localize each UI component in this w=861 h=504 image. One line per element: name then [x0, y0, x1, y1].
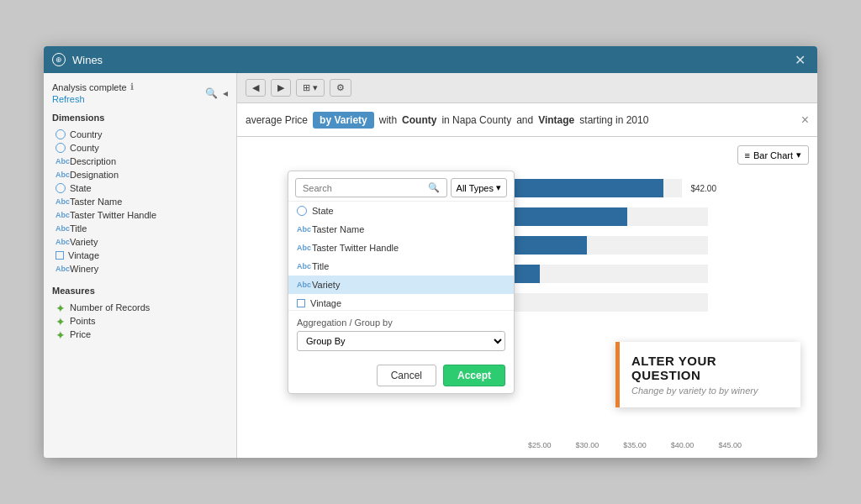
- abc-icon: Abc: [297, 244, 307, 252]
- main-window: ⊕ Wines ✕ Analysis complete ℹ Refresh 🔍 …: [44, 46, 817, 458]
- abc-icon: Abc: [297, 281, 307, 289]
- window-icon: ⊕: [52, 53, 66, 66]
- by-variety-chip[interactable]: by Variety: [313, 114, 374, 126]
- measure-icon: ✦: [55, 302, 66, 312]
- type-filter[interactable]: All Types ▾: [451, 178, 507, 197]
- dimension-list: StateAbcTaster NameAbcTaster Twitter Han…: [288, 201, 514, 310]
- sidebar: Analysis complete ℹ Refresh 🔍 ◂ Dimensio…: [44, 73, 237, 458]
- abc-icon: Abc: [55, 171, 66, 179]
- sidebar-dim-item[interactable]: AbcTaster Twitter Handle: [52, 208, 228, 222]
- sidebar-dim-item[interactable]: AbcVariety: [52, 235, 228, 249]
- abc-icon: Abc: [55, 224, 66, 233]
- alter-tooltip: ALTER YOUR QUESTION Change by variety to…: [615, 342, 800, 407]
- dropdown-item[interactable]: State: [288, 202, 514, 220]
- dropdown-item[interactable]: AbcVariety: [288, 276, 514, 294]
- dropdown-item[interactable]: Vintage: [288, 294, 514, 310]
- sidebar-dim-item[interactable]: Country: [52, 128, 228, 141]
- chart-toolbar: ≡ Bar Chart ▾: [737, 145, 810, 165]
- chevron-down-icon: ▾: [496, 182, 501, 193]
- globe-icon: [55, 129, 66, 139]
- sidebar-dim-item[interactable]: Vintage: [52, 249, 228, 262]
- accept-button[interactable]: Accept: [443, 365, 505, 386]
- forward-button[interactable]: ▶: [271, 79, 291, 97]
- abc-icon: Abc: [55, 238, 66, 246]
- analysis-status: Analysis complete ℹ: [52, 81, 134, 92]
- main-content: ◀ ▶ ⊞ ▾ ⚙ average Price by Variety with …: [237, 73, 817, 458]
- bar-chart-button[interactable]: ≡ Bar Chart ▾: [737, 145, 810, 165]
- dropdown-overlay: 🔍 All Types ▾ StateAbcTaster NameAbcTast…: [237, 167, 817, 458]
- globe-icon: [55, 143, 66, 153]
- measures-label: Measures: [52, 286, 228, 296]
- collapse-icon[interactable]: ◂: [223, 87, 228, 99]
- sidebar-dim-item[interactable]: AbcTaster Name: [52, 195, 228, 208]
- search-magnifier-icon: 🔍: [428, 182, 440, 193]
- nl-close-button[interactable]: ×: [801, 113, 809, 128]
- abc-icon: Abc: [297, 225, 307, 234]
- measure-icon: ✦: [55, 316, 66, 326]
- toolbar: ◀ ▶ ⊞ ▾ ⚙: [237, 73, 817, 103]
- search-icon[interactable]: 🔍: [205, 87, 218, 99]
- sidebar-dim-item[interactable]: State: [52, 181, 228, 195]
- vintage-label: Vintage: [538, 114, 574, 126]
- sidebar-measure-item[interactable]: ✦Points: [52, 314, 228, 328]
- dropdown-dialog: 🔍 All Types ▾ StateAbcTaster NameAbcTast…: [288, 171, 515, 394]
- calendar-icon: [55, 251, 64, 260]
- back-button[interactable]: ◀: [246, 79, 266, 97]
- sidebar-measure-item[interactable]: ✦Number of Records: [52, 301, 228, 314]
- sidebar-dim-item[interactable]: County: [52, 141, 228, 155]
- measure-icon: ✦: [55, 329, 66, 339]
- dimensions-list: CountryCountyAbcDescriptionAbcDesignatio…: [52, 128, 228, 276]
- dropdown-item[interactable]: AbcTaster Twitter Handle: [288, 239, 514, 257]
- bar-chart-icon: ≡: [745, 150, 750, 160]
- aggregation-select[interactable]: Group By: [297, 331, 505, 351]
- sidebar-dim-item[interactable]: AbcTitle: [52, 222, 228, 235]
- cancel-button[interactable]: Cancel: [377, 365, 436, 386]
- chevron-down-icon: ▾: [796, 150, 801, 160]
- close-button[interactable]: ✕: [791, 52, 809, 68]
- sidebar-dim-item[interactable]: AbcWinery: [52, 262, 228, 276]
- search-row: 🔍 All Types ▾: [288, 171, 514, 201]
- refresh-link[interactable]: Refresh: [52, 94, 134, 104]
- abc-icon: Abc: [55, 157, 66, 165]
- measures-list: ✦Number of Records✦Points✦Price: [52, 301, 228, 341]
- sidebar-measure-item[interactable]: ✦Price: [52, 328, 228, 341]
- dropdown-item[interactable]: AbcTaster Name: [288, 220, 514, 239]
- calendar-icon: [297, 299, 305, 307]
- globe-icon: [297, 206, 307, 216]
- search-input[interactable]: [303, 183, 425, 193]
- chart-area: ≡ Bar Chart ▾ Sparkling Ble... $42.00 Re…: [237, 137, 817, 458]
- avg-price-text: average Price: [246, 114, 308, 126]
- dropdown-item[interactable]: AbcTitle: [288, 257, 514, 276]
- sidebar-dim-item[interactable]: AbcDescription: [52, 155, 228, 168]
- dimensions-label: Dimensions: [52, 113, 228, 123]
- dialog-actions: Cancel Accept: [288, 358, 514, 393]
- view-button[interactable]: ⊞ ▾: [296, 79, 325, 97]
- window-title: Wines: [72, 54, 791, 66]
- alter-title: ALTER YOUR QUESTION: [631, 354, 789, 382]
- globe-icon: [55, 183, 66, 193]
- title-bar: ⊕ Wines ✕: [44, 46, 817, 73]
- aggregation-section: Aggregation / Group by Group By: [288, 310, 514, 358]
- sidebar-header: Analysis complete ℹ Refresh 🔍 ◂: [52, 81, 228, 104]
- nl-query-bar: average Price by Variety with County in …: [237, 103, 817, 137]
- alter-subtitle: Change by variety to by winery: [631, 386, 789, 396]
- search-field[interactable]: 🔍: [295, 178, 447, 197]
- abc-icon: Abc: [55, 211, 66, 219]
- abc-icon: Abc: [55, 197, 66, 206]
- abc-icon: Abc: [55, 265, 66, 273]
- abc-icon: Abc: [297, 262, 307, 270]
- county-label: County: [402, 114, 436, 126]
- settings-button[interactable]: ⚙: [330, 79, 351, 97]
- sidebar-dim-item[interactable]: AbcDesignation: [52, 168, 228, 181]
